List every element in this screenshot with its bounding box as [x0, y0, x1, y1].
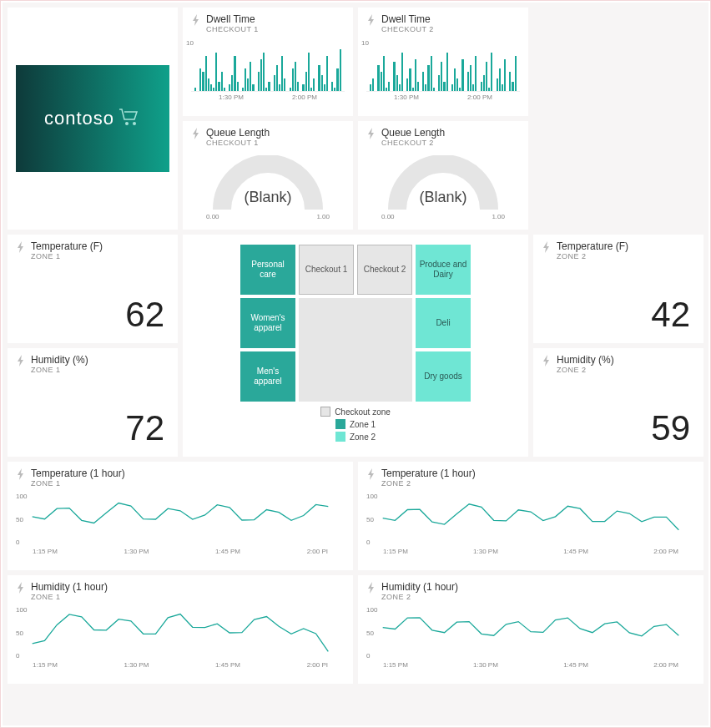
- temperature-zone1-tile[interactable]: Temperature (F) ZONE 1 62: [8, 235, 178, 343]
- x-tick: 2:00 PM: [467, 94, 492, 101]
- bolt-icon: [16, 241, 26, 253]
- x-tick: 2:00 PM: [653, 661, 678, 669]
- bolt-icon: [542, 355, 552, 367]
- dwell-time-checkout2-tile[interactable]: Dwell Time CHECKOUT 2 10 1:30 PM 2:00 PM: [358, 8, 528, 116]
- line-chart: [16, 493, 345, 546]
- temperature-1hour-zone2-tile[interactable]: Temperature (1 hour) ZONE 2 100500 1:15 …: [358, 462, 703, 570]
- line-chart: [366, 493, 695, 546]
- y-tick: 10: [186, 39, 194, 47]
- tile-title: Temperature (1 hour): [31, 468, 125, 479]
- gauge-max: 1.00: [316, 213, 330, 220]
- bolt-icon: [191, 128, 201, 139]
- tile-title: Temperature (F): [31, 241, 103, 252]
- logo-text: contoso: [44, 108, 114, 129]
- dwell2-bars: [366, 42, 520, 92]
- map-produce-dairy[interactable]: Produce and Dairy: [416, 245, 471, 295]
- tile-subtitle: ZONE 2: [557, 252, 628, 260]
- map-checkout1[interactable]: Checkout 1: [299, 245, 354, 295]
- x-tick: 1:15 PM: [33, 548, 58, 555]
- legend-swatch-zone2: [335, 432, 345, 442]
- kpi-value: 62: [125, 295, 164, 335]
- bolt-icon: [366, 128, 376, 139]
- y-tick: 50: [366, 629, 377, 637]
- tile-title: Temperature (1 hour): [381, 468, 476, 479]
- tile-title: Queue Length: [206, 128, 270, 139]
- temperature-zone2-tile[interactable]: Temperature (F) ZONE 2 42: [533, 235, 703, 343]
- gauge-value: (Blank): [419, 189, 466, 206]
- humidity-zone1-tile[interactable]: Humidity (%) ZONE 1 72: [8, 348, 178, 457]
- x-tick: 1:45 PM: [563, 661, 588, 669]
- tile-subtitle: ZONE 2: [381, 479, 476, 488]
- map-checkout2[interactable]: Checkout 2: [357, 245, 412, 295]
- kpi-value: 72: [125, 408, 164, 448]
- humidity-1hour-zone2-tile[interactable]: Humidity (1 hour) ZONE 2 100500 1:15 PM …: [358, 575, 703, 684]
- x-tick: 2:00 PI: [307, 661, 328, 669]
- tile-subtitle: ZONE 1: [31, 593, 108, 601]
- humidity-zone2-tile[interactable]: Humidity (%) ZONE 2 59: [533, 348, 703, 457]
- x-tick: 2:00 PM: [292, 94, 317, 101]
- legend-swatch-zone1: [335, 419, 345, 429]
- y-tick: 0: [16, 652, 27, 660]
- map-center: [299, 298, 412, 402]
- svg-point-1: [133, 122, 136, 125]
- tile-subtitle: ZONE 1: [31, 252, 103, 260]
- tile-title: Humidity (1 hour): [381, 582, 458, 593]
- kpi-value: 59: [651, 408, 690, 448]
- cart-icon: [118, 107, 141, 129]
- bolt-icon: [366, 468, 376, 480]
- x-tick: 1:30 PM: [124, 661, 149, 669]
- tile-title: Humidity (1 hour): [31, 582, 108, 593]
- bolt-icon: [16, 582, 26, 594]
- temperature-1hour-zone1-tile[interactable]: Temperature (1 hour) ZONE 1 100500 1:15 …: [8, 462, 353, 570]
- line-chart: [16, 606, 345, 660]
- bolt-icon: [366, 14, 376, 26]
- y-tick: 0: [366, 652, 377, 660]
- y-tick: 100: [366, 493, 377, 500]
- map-womens-apparel[interactable]: Women's apparel: [240, 298, 295, 348]
- bolt-icon: [366, 582, 376, 594]
- queue-length-checkout1-tile[interactable]: Queue Length CHECKOUT 1 (Blank) 0.00 1.0…: [183, 121, 353, 230]
- tile-title: Dwell Time: [206, 14, 259, 25]
- y-tick: 0: [366, 538, 377, 546]
- tile-subtitle: ZONE 1: [31, 479, 125, 488]
- humidity-1hour-zone1-tile[interactable]: Humidity (1 hour) ZONE 1 100500 1:15 PM …: [8, 575, 353, 684]
- tile-subtitle: CHECKOUT 2: [381, 139, 445, 147]
- dwell-time-checkout1-tile[interactable]: Dwell Time CHECKOUT 1 10 1:30 PM 2:00 PM: [183, 8, 353, 116]
- tile-title: Dwell Time: [381, 14, 434, 25]
- bolt-icon: [191, 14, 201, 26]
- tile-subtitle: CHECKOUT 1: [206, 139, 270, 147]
- x-tick: 1:30 PM: [473, 661, 498, 669]
- x-tick: 1:30 PM: [219, 94, 244, 101]
- empty: [533, 8, 703, 230]
- map-personal-care[interactable]: Personal care: [240, 245, 295, 295]
- dashboard-grid: contoso Dwell Time CHECKOUT 1 10 1:30 PM…: [3, 3, 708, 725]
- map-mens-apparel[interactable]: Men's apparel: [240, 351, 295, 402]
- bolt-icon: [542, 241, 552, 253]
- store-map-legend: Checkout zone Zone 1 Zone 2: [191, 407, 520, 442]
- gauge-max: 1.00: [492, 213, 505, 220]
- map-deli[interactable]: Deli: [416, 298, 471, 348]
- y-tick: 50: [16, 516, 27, 523]
- y-tick: 100: [16, 606, 27, 614]
- legend-label: Checkout zone: [335, 407, 391, 417]
- logo-box: contoso: [16, 65, 169, 172]
- x-tick: 1:15 PM: [383, 548, 408, 555]
- map-dry-goods[interactable]: Dry goods: [416, 351, 471, 402]
- line-chart: [366, 606, 695, 660]
- tile-title: Temperature (F): [557, 241, 628, 252]
- x-tick: 1:45 PM: [215, 661, 240, 669]
- queue-length-checkout2-tile[interactable]: Queue Length CHECKOUT 2 (Blank) 0.00 1.0…: [358, 121, 528, 230]
- x-tick: 1:30 PM: [473, 548, 498, 555]
- legend-label: Zone 2: [350, 432, 376, 442]
- store-map-tile[interactable]: Personal care Checkout 1 Checkout 2 Prod…: [183, 235, 528, 457]
- bolt-icon: [16, 355, 26, 367]
- gauge-min: 0.00: [381, 213, 395, 220]
- tile-title: Queue Length: [381, 128, 445, 139]
- tile-title: Humidity (%): [557, 355, 614, 366]
- tile-title: Humidity (%): [31, 355, 88, 366]
- kpi-value: 42: [651, 295, 690, 335]
- x-tick: 1:45 PM: [563, 548, 588, 555]
- bolt-icon: [16, 468, 26, 480]
- tile-subtitle: ZONE 2: [557, 366, 614, 374]
- legend-swatch-checkout: [320, 407, 330, 417]
